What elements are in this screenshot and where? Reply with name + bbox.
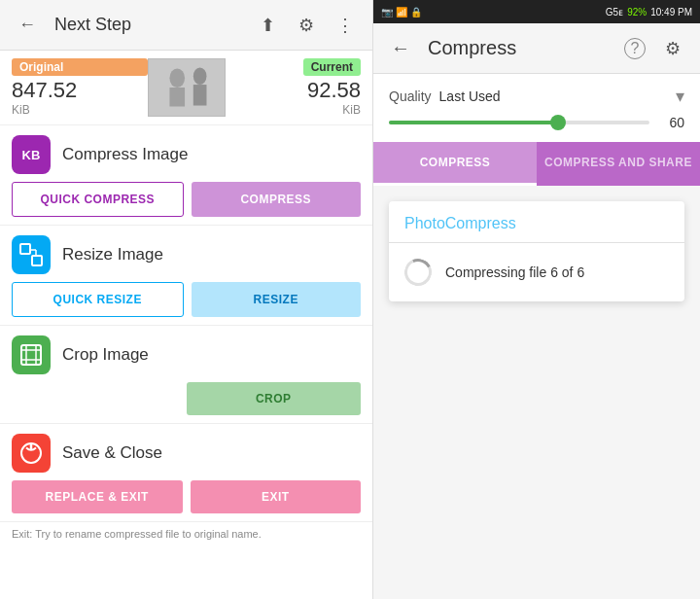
svg-rect-0 xyxy=(149,59,225,117)
svg-rect-9 xyxy=(21,345,41,365)
compress-buttons: QUICK COMPRESS COMPRESS xyxy=(12,182,361,217)
svg-rect-2 xyxy=(169,88,185,107)
svg-rect-5 xyxy=(20,244,30,254)
more-options-icon[interactable]: ⋮ xyxy=(333,14,357,37)
left-header: ← Next Step ⬆ ⚙ ⋮ xyxy=(0,0,372,51)
exit-button[interactable]: EXIT xyxy=(191,480,362,513)
right-header: ← Compress ? ⚙ xyxy=(373,23,700,74)
compress-button[interactable]: COMPRESS xyxy=(192,182,362,217)
svg-point-3 xyxy=(192,68,206,86)
header-icons: ⬆ ⚙ ⋮ xyxy=(256,14,357,37)
compress-section-header: KB Compress Image xyxy=(12,135,361,174)
current-label: Current xyxy=(303,58,361,76)
crop-button[interactable]: CROP xyxy=(187,382,362,415)
right-header-icons: ? ⚙ xyxy=(624,37,684,60)
progress-dialog: PhotoCompress Compressing file 6 of 6 xyxy=(389,201,684,301)
settings-gear-icon[interactable]: ⚙ xyxy=(661,37,684,60)
thumb-placeholder xyxy=(149,59,225,116)
resize-buttons: QUICK RESIZE RESIZE xyxy=(12,282,361,317)
original-size: 847.52 KiB xyxy=(12,78,148,117)
resize-section-header: Resize Image xyxy=(12,235,361,274)
status-bar-left: 📷 📶 🔒 xyxy=(381,7,422,18)
save-section: Save & Close REPLACE & EXIT EXIT xyxy=(0,424,372,522)
back-button[interactable]: ← xyxy=(16,14,39,37)
save-icon xyxy=(12,434,51,473)
crop-section-header: Crop Image xyxy=(12,335,361,374)
crop-buttons: CROP xyxy=(12,382,361,415)
resize-section: Resize Image QUICK RESIZE RESIZE xyxy=(0,226,372,326)
notification-icons: 📷 📶 🔒 xyxy=(381,7,422,18)
help-icon[interactable]: ? xyxy=(624,38,646,59)
right-panel: 📷 📶 🔒 G5ᴇ 92% 10:49 PM ← Compress ? ⚙ Qu… xyxy=(372,0,700,599)
image-info-row: Original 847.52 KiB Current 92.58 xyxy=(0,51,372,125)
compress-icon: KB xyxy=(12,135,51,174)
share-icon[interactable]: ⬆ xyxy=(256,14,279,37)
current-size: 92.58 KiB xyxy=(307,78,361,117)
dialog-area: PhotoCompress Compressing file 6 of 6 xyxy=(373,186,700,599)
dialog-message: Compressing file 6 of 6 xyxy=(445,264,584,280)
tabs-row: COMPRESS COMPRESS AND SHARE xyxy=(373,142,700,186)
dialog-title: PhotoCompress xyxy=(389,201,684,243)
save-section-header: Save & Close xyxy=(12,434,361,473)
svg-point-1 xyxy=(169,69,185,88)
crop-icon xyxy=(12,335,51,374)
original-label: Original xyxy=(12,58,148,76)
bottom-note: Exit: Try to rename compressed file to o… xyxy=(0,522,372,546)
svg-rect-6 xyxy=(32,256,42,265)
slider-row: 60 xyxy=(373,111,700,142)
original-info: Original 847.52 KiB xyxy=(12,58,148,117)
compress-title: Compress Image xyxy=(62,145,188,164)
compress-page-title: Compress xyxy=(428,37,624,59)
quality-label: Quality xyxy=(389,88,432,104)
resize-button[interactable]: RESIZE xyxy=(192,282,362,317)
dialog-body: Compressing file 6 of 6 xyxy=(389,243,684,301)
tab-compress[interactable]: COMPRESS xyxy=(373,142,537,186)
slider-thumb[interactable] xyxy=(550,115,566,130)
quality-dropdown-arrow[interactable]: ▾ xyxy=(676,86,684,107)
quality-value: Last Used xyxy=(439,88,501,104)
resize-icon xyxy=(12,235,51,274)
tab-compress-and-share[interactable]: COMPRESS AND SHARE xyxy=(537,142,700,186)
quick-compress-button[interactable]: QUICK COMPRESS xyxy=(12,182,184,217)
slider-fill xyxy=(389,121,558,124)
page-title: Next Step xyxy=(54,15,256,35)
time-display: 10:49 PM xyxy=(650,7,692,18)
replace-exit-button[interactable]: REPLACE & EXIT xyxy=(12,480,183,513)
slider-value: 60 xyxy=(661,115,684,130)
progress-spinner xyxy=(400,254,437,291)
compress-back-button[interactable]: ← xyxy=(389,37,412,60)
save-title: Save & Close xyxy=(62,443,162,463)
quality-slider[interactable] xyxy=(389,121,649,124)
signal-strength: G5ᴇ xyxy=(606,7,623,18)
status-bar: 📷 📶 🔒 G5ᴇ 92% 10:49 PM xyxy=(373,0,700,23)
quick-resize-button[interactable]: QUICK RESIZE xyxy=(12,282,184,317)
resize-title: Resize Image xyxy=(62,245,163,264)
current-info: Current 92.58 KiB xyxy=(226,58,362,117)
compress-section: KB Compress Image QUICK COMPRESS COMPRES… xyxy=(0,125,372,226)
save-buttons: REPLACE & EXIT EXIT xyxy=(12,480,361,513)
image-thumbnail xyxy=(148,58,226,117)
crop-title: Crop Image xyxy=(62,345,149,365)
left-panel: ← Next Step ⬆ ⚙ ⋮ Original 847.52 KiB xyxy=(0,0,372,599)
status-bar-right: G5ᴇ 92% 10:49 PM xyxy=(606,7,692,18)
crop-section: Crop Image CROP xyxy=(0,326,372,424)
gear-icon[interactable]: ⚙ xyxy=(295,14,318,37)
quality-row[interactable]: Quality Last Used ▾ xyxy=(373,74,700,111)
svg-rect-4 xyxy=(192,85,206,105)
battery-indicator: 92% xyxy=(627,7,647,18)
